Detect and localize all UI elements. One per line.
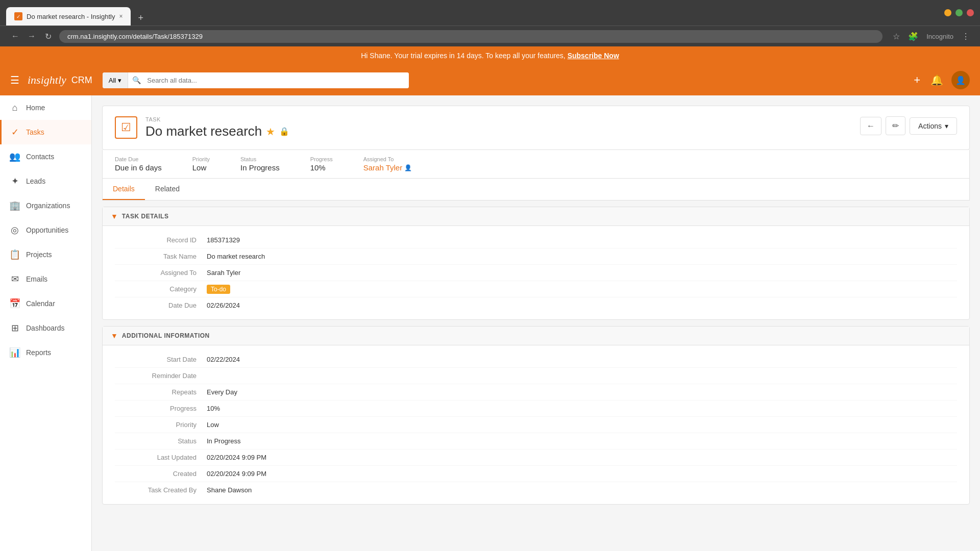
status-value: In Progress xyxy=(207,437,957,445)
sidebar-item-label: Leads xyxy=(26,177,45,185)
assigned-to-icon: 👤 xyxy=(404,164,412,171)
assigned-to-label: Assigned To xyxy=(115,269,207,277)
tab-close-btn[interactable]: × xyxy=(119,13,122,20)
detail-row-task-created-by: Task Created By Shane Dawson xyxy=(115,482,957,498)
task-created-by-value: Shane Dawson xyxy=(207,486,957,494)
sidebar-item-reports[interactable]: 📊 Reports xyxy=(0,340,91,365)
dashboards-icon: ⊞ xyxy=(10,323,20,333)
bookmark-btn[interactable]: ☆ xyxy=(891,30,902,43)
sidebar-item-home[interactable]: ⌂ Home xyxy=(0,95,91,120)
nav-buttons: ← → ↻ xyxy=(8,29,55,43)
assigned-to-value[interactable]: Sarah Tyler 👤 xyxy=(363,163,412,172)
record-id-label: Record ID xyxy=(115,236,207,244)
created-value: 02/20/2024 9:09 PM xyxy=(207,470,957,478)
tab-related[interactable]: Related xyxy=(145,179,190,200)
close-btn[interactable] xyxy=(967,9,974,16)
repeats-label: Repeats xyxy=(115,388,207,396)
last-updated-label: Last Updated xyxy=(115,454,207,461)
additional-info-grid: Start Date 02/22/2024 Reminder Date Repe… xyxy=(103,345,969,504)
sidebar-item-calendar[interactable]: 📅 Calendar xyxy=(0,291,91,316)
detail-row-reminder-date: Reminder Date xyxy=(115,368,957,384)
sidebar-item-label: Emails xyxy=(26,275,47,283)
assigned-to-name: Sarah Tyler xyxy=(363,163,402,172)
stat-progress: Progress 10% xyxy=(310,156,333,172)
menu-btn[interactable]: ⋮ xyxy=(960,30,972,43)
tab-title: Do market research - Insightly xyxy=(27,13,115,20)
last-updated-value: 02/20/2024 9:09 PM xyxy=(207,454,957,461)
additional-info-section-header[interactable]: ▼ ADDITIONAL INFORMATION xyxy=(103,327,969,345)
stat-status: Status In Progress xyxy=(240,156,280,172)
app-header: ☰ insightly CRM All ▾ 🔍 + 🔔 👤 xyxy=(0,65,980,95)
hamburger-btn[interactable]: ☰ xyxy=(10,74,19,86)
stat-assigned-to: Assigned To Sarah Tyler 👤 xyxy=(363,156,412,172)
priority-label: Priority xyxy=(192,156,210,162)
tab-details[interactable]: Details xyxy=(103,179,145,200)
reports-icon: 📊 xyxy=(10,347,20,358)
priority-value: Low xyxy=(207,421,957,429)
bell-btn[interactable]: 🔔 xyxy=(928,72,945,88)
leads-icon: ✦ xyxy=(10,176,20,186)
detail-row-start-date: Start Date 02/22/2024 xyxy=(115,352,957,368)
date-due-label: Date Due xyxy=(115,302,207,309)
browser-tabs: ✓ Do market research - Insightly × + xyxy=(6,0,149,26)
user-avatar-btn[interactable]: 👤 xyxy=(951,71,970,89)
actions-btn[interactable]: Actions ▾ xyxy=(910,117,957,135)
profile-btn[interactable]: Incognito xyxy=(924,30,955,43)
task-title-text: Do market research xyxy=(145,123,262,139)
refresh-btn[interactable]: ↻ xyxy=(41,29,55,43)
trial-text: Hi Shane. Your trial expires in 14 days.… xyxy=(361,52,566,60)
created-label: Created xyxy=(115,470,207,478)
task-details-section-header[interactable]: ▼ TASK DETAILS xyxy=(103,207,969,226)
opportunities-icon: ◎ xyxy=(10,225,20,235)
subscribe-link[interactable]: Subscribe Now xyxy=(568,52,619,60)
status-label: Status xyxy=(240,156,280,162)
edit-btn[interactable]: ✏ xyxy=(886,116,905,135)
detail-row-assigned-to: Assigned To Sarah Tyler xyxy=(115,265,957,281)
browser-icons: ☆ 🧩 Incognito ⋮ xyxy=(891,30,972,43)
task-title: Do market research ★ 🔒 xyxy=(145,123,860,139)
sidebar-item-opportunities[interactable]: ◎ Opportunities xyxy=(0,218,91,242)
sidebar-item-emails[interactable]: ✉ Emails xyxy=(0,267,91,291)
star-icon[interactable]: ★ xyxy=(266,126,275,138)
sidebar-item-label: Opportunities xyxy=(26,226,68,234)
extensions-btn[interactable]: 🧩 xyxy=(906,30,920,43)
tasks-icon: ✓ xyxy=(10,127,20,137)
search-input[interactable] xyxy=(141,72,409,88)
sidebar-item-leads[interactable]: ✦ Leads xyxy=(0,169,91,193)
lock-icon: 🔒 xyxy=(279,127,289,136)
maximize-btn[interactable] xyxy=(955,9,963,16)
tab-favicon: ✓ xyxy=(14,12,22,20)
back-navigate-btn[interactable]: ← xyxy=(860,117,881,135)
sidebar-item-label: Contacts xyxy=(26,153,54,161)
sidebar-item-dashboards[interactable]: ⊞ Dashboards xyxy=(0,316,91,340)
detail-row-repeats: Repeats Every Day xyxy=(115,384,957,400)
back-btn[interactable]: ← xyxy=(8,29,22,43)
priority-label: Priority xyxy=(115,421,207,429)
detail-row-record-id: Record ID 185371329 xyxy=(115,232,957,248)
add-btn[interactable]: + xyxy=(912,71,922,89)
sidebar-item-label: Organizations xyxy=(26,202,70,210)
task-name-label: Task Name xyxy=(115,253,207,260)
sidebar-item-organizations[interactable]: 🏢 Organizations xyxy=(0,193,91,218)
tab-details-label: Details xyxy=(113,185,135,193)
detail-row-last-updated: Last Updated 02/20/2024 9:09 PM xyxy=(115,449,957,466)
tabs-row: Details Related xyxy=(102,179,970,201)
main-content: ☑ TASK Do market research ★ 🔒 ← ✏ Action… xyxy=(92,95,980,551)
new-tab-btn[interactable]: + xyxy=(133,11,149,26)
assigned-to-label: Assigned To xyxy=(363,156,412,162)
sidebar-item-label: Projects xyxy=(26,251,52,259)
detail-row-category: Category To-do xyxy=(115,281,957,297)
sidebar-item-projects[interactable]: 📋 Projects xyxy=(0,242,91,267)
sidebar-item-label: Home xyxy=(26,104,45,112)
search-all-btn[interactable]: All ▾ xyxy=(103,72,128,88)
additional-info-card: ▼ ADDITIONAL INFORMATION Start Date 02/2… xyxy=(102,326,970,505)
sidebar-item-contacts[interactable]: 👥 Contacts xyxy=(0,144,91,169)
address-input[interactable] xyxy=(59,30,883,43)
task-type-label: TASK xyxy=(145,116,860,122)
active-tab[interactable]: ✓ Do market research - Insightly × xyxy=(6,7,131,26)
status-label: Status xyxy=(115,437,207,445)
forward-btn[interactable]: → xyxy=(24,29,39,43)
minimize-btn[interactable] xyxy=(944,9,951,16)
sidebar-item-label: Dashboards xyxy=(26,324,65,332)
sidebar-item-tasks[interactable]: ✓ Tasks xyxy=(0,120,91,144)
